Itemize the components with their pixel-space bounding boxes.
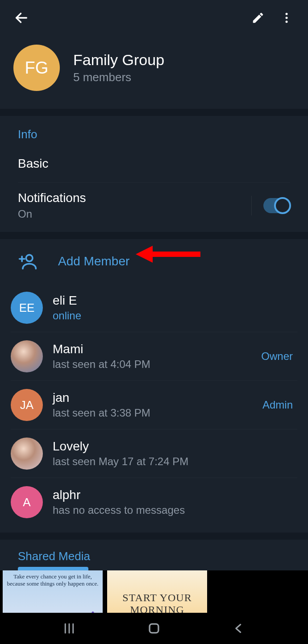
notifications-label: Notifications <box>18 191 86 205</box>
svg-rect-22 <box>150 624 158 633</box>
add-member-label: Add Member <box>58 254 129 268</box>
edit-button[interactable] <box>246 5 271 30</box>
svg-point-1 <box>286 13 288 15</box>
more-button[interactable] <box>274 5 299 30</box>
add-person-icon <box>18 252 37 271</box>
group-avatar[interactable]: FG <box>13 45 60 91</box>
svg-point-2 <box>286 17 288 19</box>
media-quote: Take every chance you get in life, becau… <box>5 573 100 587</box>
member-avatar[interactable] <box>11 340 43 372</box>
member-role: Owner <box>261 350 297 363</box>
member-status: last seen May 17 at 7:24 PM <box>53 455 297 468</box>
member-status: last seen at 4:04 PM <box>53 358 256 371</box>
chevron-left-icon <box>232 622 246 635</box>
member-row[interactable]: EEeli Eonline <box>11 284 297 332</box>
member-avatar[interactable] <box>11 438 43 470</box>
notifications-row[interactable]: Notifications On <box>18 183 290 232</box>
member-name: jan <box>53 391 257 405</box>
shared-media-header: Shared Media <box>0 540 308 567</box>
system-nav-bar <box>0 613 308 644</box>
member-status: last seen at 3:38 PM <box>53 407 257 419</box>
member-status: has no access to messages <box>53 504 297 516</box>
pencil-icon <box>251 11 265 25</box>
member-name: Lovely <box>53 439 297 454</box>
notifications-toggle[interactable] <box>263 198 290 213</box>
member-avatar[interactable]: EE <box>11 292 43 324</box>
member-avatar[interactable]: JA <box>11 389 43 421</box>
add-member-button[interactable]: Add Member <box>0 239 308 284</box>
info-section: Info Basic Notifications On <box>0 116 308 232</box>
member-row[interactable]: Mamilast seen at 4:04 PMOwner <box>11 332 297 381</box>
member-avatar[interactable]: A <box>11 486 43 518</box>
home-button[interactable] <box>141 615 167 642</box>
member-row[interactable]: JAjanlast seen at 3:38 PMAdmin <box>11 381 297 429</box>
recent-apps-icon <box>62 622 76 635</box>
section-divider <box>0 533 308 540</box>
member-name: eli E <box>53 293 297 308</box>
svg-point-3 <box>286 21 288 23</box>
section-divider <box>0 109 308 116</box>
member-row[interactable]: Aalphrhas no access to messages <box>11 478 297 526</box>
member-row[interactable]: Lovelylast seen May 17 at 7:24 PM <box>11 429 297 478</box>
divider <box>251 196 252 215</box>
top-bar <box>0 0 308 36</box>
recent-apps-button[interactable] <box>56 615 83 642</box>
svg-point-4 <box>26 255 33 261</box>
section-divider <box>0 232 308 239</box>
back-button[interactable] <box>9 5 34 30</box>
more-vertical-icon <box>280 11 293 25</box>
arrow-left-icon <box>14 10 29 25</box>
tab-indicator <box>18 567 88 570</box>
group-subtitle: 5 members <box>73 70 164 84</box>
media-line1: START YOUR <box>122 592 191 604</box>
member-name: alphr <box>53 488 297 502</box>
member-role: Admin <box>262 399 297 411</box>
home-icon <box>146 621 162 636</box>
members-list: EEeli EonlineMamilast seen at 4:04 PMOwn… <box>0 284 308 533</box>
group-header: FG Family Group 5 members <box>0 36 308 109</box>
back-nav-button[interactable] <box>225 615 252 642</box>
notifications-status: On <box>18 208 86 220</box>
group-type-row[interactable]: Basic <box>18 149 290 183</box>
group-title: Family Group <box>73 51 164 69</box>
info-section-header: Info <box>18 116 290 149</box>
member-status: online <box>53 310 297 322</box>
member-name: Mami <box>53 342 256 356</box>
